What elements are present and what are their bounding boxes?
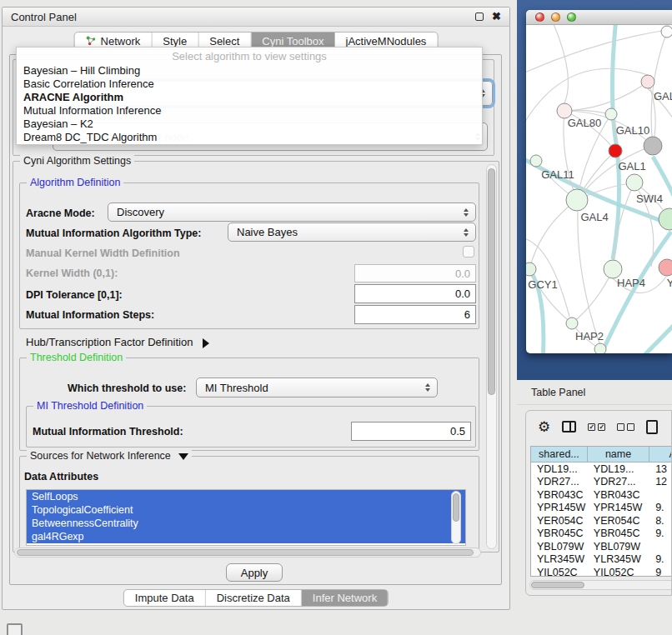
hub-definition-label: Hub/Transcription Factor Definition — [26, 336, 193, 348]
network-node[interactable] — [609, 144, 622, 158]
table-row[interactable]: YDL19...YDL19...13 — [531, 462, 672, 476]
deselect-all-columns-icon[interactable] — [617, 423, 634, 431]
table-cell — [649, 488, 672, 502]
bottom-tab-infer-network[interactable]: Infer Network — [302, 590, 388, 606]
network-node-label: GCY1 — [528, 278, 557, 291]
network-canvas[interactable]: GALGAL80GAL10GAL1GAL11GAL4SWI4HAP4YGCY1H… — [526, 25, 672, 353]
algorithm-dropdown-popup: Select algorithm to view settings Bayesi… — [16, 47, 483, 145]
minimize-window-icon[interactable] — [551, 12, 560, 22]
cyni-algorithm-settings-title: Cyni Algorithm Settings — [20, 155, 134, 167]
data-attribute-item[interactable]: gal4RGexp — [27, 530, 465, 543]
network-node[interactable] — [605, 108, 617, 120]
table-column-header[interactable]: name — [588, 447, 649, 462]
settings-vertical-scrollbar[interactable] — [486, 164, 497, 549]
table-body: YDL19...YDL19...13YDR27...YDR27...12YBR0… — [531, 462, 672, 577]
table-row[interactable]: YBR043CYBR043C — [531, 488, 672, 502]
close-panel-icon[interactable]: ✖ — [492, 12, 501, 21]
algorithm-option[interactable]: Dream8 DC_TDC Algorithm — [17, 131, 482, 144]
table-cell: YER054C — [588, 514, 649, 528]
sources-title[interactable]: Sources for Network Inference — [27, 450, 192, 462]
network-edge — [564, 82, 648, 111]
table-row[interactable]: YPR145WYPR145W9. — [531, 502, 672, 515]
table-cell: 9. — [649, 528, 672, 541]
columns-icon[interactable] — [562, 421, 576, 432]
data-attribute-item[interactable]: TopologicalCoefficient — [27, 503, 465, 517]
attributes-scrollbar-thumb[interactable] — [453, 493, 459, 522]
network-node-gcy1[interactable] — [526, 262, 536, 276]
data-attributes-list[interactable]: SelfLoopsTopologicalCoefficientBetweenne… — [26, 489, 466, 546]
network-node-gal10[interactable] — [644, 137, 662, 155]
network-node[interactable] — [594, 343, 606, 353]
table-row[interactable]: YBR045CYBR045C9. — [531, 528, 672, 541]
attributes-scrollbar[interactable] — [451, 491, 461, 544]
table-hscrollbar-thumb[interactable] — [531, 582, 584, 588]
select-all-columns-icon[interactable]: ✓✓ — [588, 423, 605, 431]
table-row[interactable]: YBL079WYBL079W — [531, 540, 672, 553]
manual-kernel-width-checkbox[interactable] — [463, 246, 474, 258]
table-row[interactable]: YER054CYER054C8. — [531, 514, 672, 528]
bottom-tab-discretize-data[interactable]: Discretize Data — [206, 590, 302, 606]
settings-horizontal-scrollbar[interactable] — [14, 548, 481, 558]
mi-algorithm-type-label: Mutual Information Algorithm Type: — [26, 228, 201, 239]
mi-algorithm-type-combobox[interactable]: Naive Bayes — [228, 222, 476, 242]
new-table-icon[interactable] — [646, 420, 658, 434]
table-column-header[interactable]: shared... — [531, 447, 588, 462]
table-column-header[interactable]: A — [649, 447, 672, 462]
network-node-hap4[interactable] — [604, 260, 622, 278]
network-node-gal4[interactable] — [566, 189, 588, 211]
table-row[interactable]: YLR345WYLR345W9. — [531, 553, 672, 567]
table-row[interactable]: YIL052CYIL052C9 — [531, 566, 672, 577]
dpi-tolerance-value: 0.0 — [455, 288, 470, 300]
network-node-y[interactable] — [659, 259, 672, 276]
cyni-bottom-tabs: Impute DataDiscretize DataInfer Network — [123, 589, 389, 607]
table-cell: 13 — [649, 462, 672, 476]
data-attribute-item[interactable]: SelfLoops — [27, 490, 465, 503]
network-node-gal[interactable] — [641, 75, 654, 88]
docked-panel-grip-icon[interactable] — [7, 623, 23, 635]
mi-threshold-field[interactable]: 0.5 — [351, 422, 471, 441]
network-node-label: GAL4 — [580, 211, 608, 223]
table-cell: YBR043C — [531, 488, 588, 502]
table-panel-title: Table Panel — [531, 387, 585, 398]
hub-definition-expander[interactable]: Hub/Transcription Factor Definition — [26, 336, 209, 348]
mi-steps-field[interactable]: 6 — [354, 305, 476, 324]
table-horizontal-scrollbar[interactable] — [529, 580, 672, 590]
algorithm-option[interactable]: Bayesian – Hill Climbing — [17, 64, 482, 78]
network-node-hap2[interactable] — [566, 318, 578, 329]
node-table[interactable]: shared...nameA YDL19...YDL19...13YDR27..… — [530, 446, 672, 577]
zoom-window-icon[interactable] — [567, 12, 576, 22]
algorithm-option[interactable]: Mutual Information Inference — [17, 104, 482, 118]
kernel-width-field[interactable]: 0.0 — [354, 264, 476, 282]
network-view-window[interactable]: GALGAL80GAL10GAL1GAL11GAL4SWI4HAP4YGCY1H… — [526, 10, 672, 353]
algorithm-dropdown-placeholder: Select algorithm to view settings — [17, 48, 482, 64]
algorithm-option[interactable]: ARACNE Algorithm — [17, 91, 482, 104]
gear-icon[interactable]: ⚙ — [538, 418, 550, 436]
algorithm-option[interactable]: Bayesian – K2 — [17, 118, 482, 131]
algorithm-option[interactable]: Basic Correlation Inference — [17, 78, 482, 91]
network-node[interactable] — [661, 26, 672, 38]
table-panel-window: ⚙ ✓✓ shared...nameA YDL19...YDL19...13YD… — [525, 410, 672, 596]
aracne-mode-combobox[interactable]: Discovery — [108, 202, 476, 222]
close-window-icon[interactable] — [535, 12, 544, 22]
dpi-tolerance-field[interactable]: 0.0 — [354, 284, 476, 303]
data-attribute-item[interactable]: BetweennessCentrality — [27, 517, 465, 530]
settings-hscrollbar-thumb[interactable] — [17, 549, 474, 556]
table-cell: 9. — [649, 553, 672, 567]
control-panel-titlebar: Control Panel ✖ — [3, 8, 509, 27]
table-cell: YBR045C — [588, 528, 649, 541]
network-node-swi4[interactable] — [659, 208, 672, 230]
table-cell: YIL052C — [588, 566, 649, 577]
table-row[interactable]: YDR27...YDR27...12 — [531, 476, 672, 489]
bottom-tab-impute-data[interactable]: Impute Data — [124, 590, 206, 606]
tab-label: jActiveMNodules — [346, 35, 427, 48]
network-node-gal1[interactable] — [626, 174, 643, 191]
settings-scrollbar-thumb[interactable] — [488, 168, 495, 395]
table-cell: YER054C — [531, 514, 588, 528]
manual-kernel-width-label: Manual Kernel Width Definition — [26, 248, 180, 259]
which-threshold-combobox[interactable]: MI Threshold — [196, 378, 438, 398]
float-panel-icon[interactable] — [475, 12, 484, 21]
aracne-mode-label: Aracne Mode: — [26, 208, 95, 219]
mi-threshold-definition-title: MI Threshold Definition — [33, 400, 147, 412]
network-node-gal11[interactable] — [530, 155, 542, 167]
apply-button[interactable]: Apply — [226, 563, 283, 582]
